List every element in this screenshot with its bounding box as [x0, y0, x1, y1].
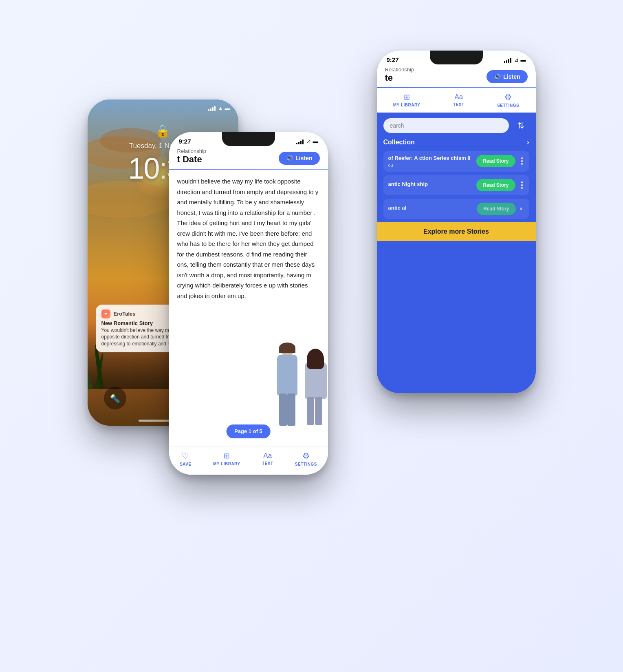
library-speaker-icon: 🔊 — [494, 73, 501, 80]
tab-save[interactable]: ♡ SAVE — [180, 451, 192, 466]
library-tab-settings[interactable]: ⚙ SETTINGS — [497, 92, 519, 108]
story-card-1-text: of Reefer: A ction Series chism 8 ou — [388, 155, 473, 168]
explore-text: Explore more Stories — [423, 228, 489, 235]
library-status-icons: ⊿ ▬ — [504, 57, 526, 63]
tab-text-label: TEXT — [262, 461, 273, 466]
save-icon: ♡ — [182, 451, 189, 461]
tab-text[interactable]: Aa TEXT — [262, 452, 273, 466]
notif-app-icon: ❤ — [101, 309, 110, 318]
story-1-title: of Reefer: A ction Series chism 8 — [388, 155, 473, 162]
reader-header: Relationship t Date 🔊 Listen — [169, 145, 328, 169]
flashlight-button[interactable]: 🔦 — [104, 387, 126, 409]
library-tab-bar[interactable]: ⊞ MY LIBRARY Aa TEXT ⚙ SETTINGS — [377, 88, 536, 113]
library-listen-button[interactable]: 🔊 Listen — [487, 70, 527, 83]
sort-icon: ⇅ — [517, 121, 524, 130]
library-wifi-icon: ⊿ — [514, 57, 519, 63]
reader-wifi-icon: ⊿ — [306, 138, 311, 144]
library-content: earch ⇅ Collection › of Reefer: A ction … — [377, 113, 536, 393]
page-indicator: Page 1 of 5 — [226, 424, 271, 438]
story-2-title: antic Night ship — [388, 181, 473, 188]
story-card-2: antic Night ship Read Story — [383, 175, 529, 195]
reader-category: Relationship — [177, 148, 207, 154]
library-category: Relationship — [385, 66, 414, 73]
library-tab-icon: ⊞ — [404, 93, 410, 102]
story-card-1: of Reefer: A ction Series chism 8 ou Rea… — [383, 151, 529, 172]
library-icon: ⊞ — [224, 451, 230, 460]
notif-app-name: EroTales — [114, 311, 136, 317]
lock-status-icons: ▲ ▬ — [208, 105, 230, 111]
tab-my-library[interactable]: ⊞ MY LIBRARY — [213, 451, 240, 466]
reader-tab-bar[interactable]: ♡ SAVE ⊞ MY LIBRARY Aa TEXT ⚙ SETTINGS — [169, 447, 328, 475]
story-3-title: antic al — [388, 205, 473, 212]
battery-icon: ▬ — [225, 105, 230, 111]
library-search-row: earch ⇅ — [383, 117, 529, 134]
sort-button[interactable]: ⇅ — [513, 117, 529, 134]
library-header: Relationship te 🔊 Listen — [377, 63, 536, 87]
library-signal-icon — [504, 57, 511, 63]
speaker-icon: 🔊 — [286, 155, 293, 161]
reader-content: wouldn't believe the way my life took op… — [169, 170, 328, 447]
story-card-3: antic al Read Story — [383, 199, 529, 219]
read-story-button-2[interactable]: Read Story — [476, 179, 515, 191]
tab-settings[interactable]: ⚙ SETTINGS — [295, 451, 317, 466]
tab-settings-label: SETTINGS — [295, 462, 317, 466]
settings-icon: ⚙ — [302, 451, 310, 461]
story-card-2-text: antic Night ship — [388, 181, 473, 189]
chevron-right-icon: › — [527, 139, 529, 146]
read-story-button-3[interactable]: Read Story — [477, 203, 515, 215]
read-story-button-1[interactable]: Read Story — [476, 155, 515, 167]
more-options-button-1[interactable] — [520, 157, 524, 165]
library-tab-my-library[interactable]: ⊞ MY LIBRARY — [393, 93, 420, 107]
reader-title: t Date — [177, 154, 207, 165]
reader-status-icons: ⊿ ▬ — [296, 138, 318, 144]
library-settings-icon: ⚙ — [504, 92, 512, 102]
library-section-title: Collection › — [383, 137, 529, 148]
story-1-subtitle: ou — [388, 163, 473, 168]
story-illustration — [263, 312, 328, 426]
phone-reader: 9:27 ⊿ ▬ Relationship t Date — [169, 132, 328, 475]
tab-library-label: MY LIBRARY — [213, 462, 240, 466]
wifi-icon: ▲ — [218, 105, 223, 111]
reader-battery-icon: ▬ — [313, 138, 318, 144]
library-battery-icon: ▬ — [521, 57, 526, 63]
signal-icon — [208, 106, 216, 111]
library-text-icon: Aa — [454, 93, 463, 101]
library-notch — [430, 51, 483, 64]
library-tab-text[interactable]: Aa TEXT — [453, 93, 464, 107]
phone-library: 9:27 ⊿ ▬ Relationship te — [377, 51, 536, 393]
library-tab-settings-label: SETTINGS — [497, 103, 519, 108]
library-search-input[interactable]: earch — [383, 118, 509, 133]
explore-banner[interactable]: Explore more Stories — [377, 222, 536, 241]
listen-button[interactable]: 🔊 Listen — [279, 152, 319, 165]
more-options-button-2[interactable] — [520, 181, 524, 189]
library-title: te — [385, 73, 414, 83]
tab-save-label: SAVE — [180, 462, 192, 466]
library-tab-text-label: TEXT — [453, 102, 464, 107]
reader-status-time: 9:27 — [179, 138, 191, 145]
text-icon: Aa — [263, 452, 272, 460]
library-tab-library-label: MY LIBRARY — [393, 103, 420, 107]
reader-signal-icon — [296, 139, 304, 144]
reader-notch — [222, 132, 275, 146]
story-card-3-text: antic al — [388, 205, 473, 212]
library-status-time: 9:27 — [387, 56, 399, 63]
